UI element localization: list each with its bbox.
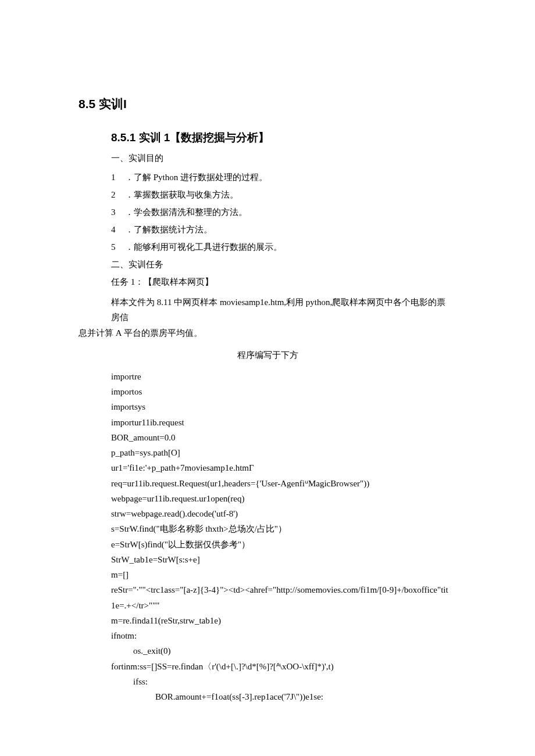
objectives-list: 1．了解 Python 进行数据处理的过程。2．掌握数据获取与收集方法。3．学会… <box>111 171 451 253</box>
objective-number: 3 <box>111 206 117 218</box>
objective-item: 5．能够利用可视化工具进行数据的展示。 <box>111 241 451 253</box>
objective-number: 4 <box>111 224 117 236</box>
objective-item: 4．了解数据统计方法。 <box>111 224 451 236</box>
code-caption: 程序编写于下方 <box>84 351 451 360</box>
section-objectives-title: 一、实训目的 <box>111 154 451 163</box>
heading-2: 8.5.1 实训 1【数据挖掘与分析】 <box>111 132 451 143</box>
heading-1: 8.5 实训Ι <box>79 98 451 110</box>
objective-text: ．学会数据清洗和整理的方法。 <box>125 206 247 218</box>
code-line: BOR_amount=0.0 <box>111 430 451 445</box>
code-line: reStr="·""<trc1ass="[a-z]{3-4}"><td><ahr… <box>111 582 451 613</box>
objective-number: 1 <box>111 171 117 184</box>
code-line: ifnotm: <box>111 628 451 643</box>
code-line: s=StrW.find("电影名称影 thxth>总场次/占比"） <box>111 521 451 536</box>
code-line: p_path=sys.path[O] <box>111 445 451 460</box>
objective-text: ．了解 Python 进行数据处理的过程。 <box>125 171 268 184</box>
code-line: importre <box>111 369 451 384</box>
objective-text: ．了解数据统计方法。 <box>125 224 212 236</box>
code-line: ur1='fi1e:'+p_path+7moviesamp1e.htmΓ <box>111 460 451 475</box>
code-line: m=re.finda11(reStr,strw_tab1e) <box>111 613 451 628</box>
objective-number: 5 <box>111 241 117 253</box>
code-line: importos <box>111 384 451 399</box>
code-line: req=ur11ib.request.Request(ur1,headers={… <box>111 476 451 491</box>
objective-number: 2 <box>111 189 117 201</box>
objective-item: 1．了解 Python 进行数据处理的过程。 <box>111 171 451 184</box>
task-1-body-line-2: 息并计算 A 平台的票房平均值。 <box>79 325 451 341</box>
code-block: importreimportosimportsysimportur11ib.re… <box>111 369 451 705</box>
task-1-title: 任务 1：【爬取样本网页】 <box>111 278 451 286</box>
code-line: os._exit(0) <box>111 643 451 658</box>
code-line: fortinm:ss=[]SS=re.findan〈r'(\d+[\.]?\d*… <box>111 659 451 674</box>
code-line: m=[] <box>111 567 451 582</box>
objective-item: 2．掌握数据获取与收集方法。 <box>111 189 451 201</box>
objective-text: ．掌握数据获取与收集方法。 <box>125 189 238 201</box>
code-line: importsys <box>111 399 451 414</box>
code-line: StrW_tab1e=StrW[s:s+e] <box>111 552 451 567</box>
objective-text: ．能够利用可视化工具进行数据的展示。 <box>125 241 282 253</box>
code-line: webpage=ur11ib.request.ur1open(req) <box>111 491 451 506</box>
code-line: strw=webpage.read().decode('utf-8') <box>111 506 451 521</box>
code-line: BOR.amount+=f1oat(ss[-3].rep1ace('7J\"))… <box>111 689 451 704</box>
section-tasks-title: 二、实训任务 <box>111 260 451 269</box>
code-line: importur11ib.request <box>111 415 451 430</box>
objective-item: 3．学会数据清洗和整理的方法。 <box>111 206 451 218</box>
code-line: e=StrW[s)find("以上数据仅供参考"） <box>111 537 451 552</box>
task-1-body-line-1: 样本文件为 8.11 中网页样本 moviesamp1e.htm,利用 pyth… <box>111 295 451 325</box>
code-line: ifss: <box>111 674 451 689</box>
